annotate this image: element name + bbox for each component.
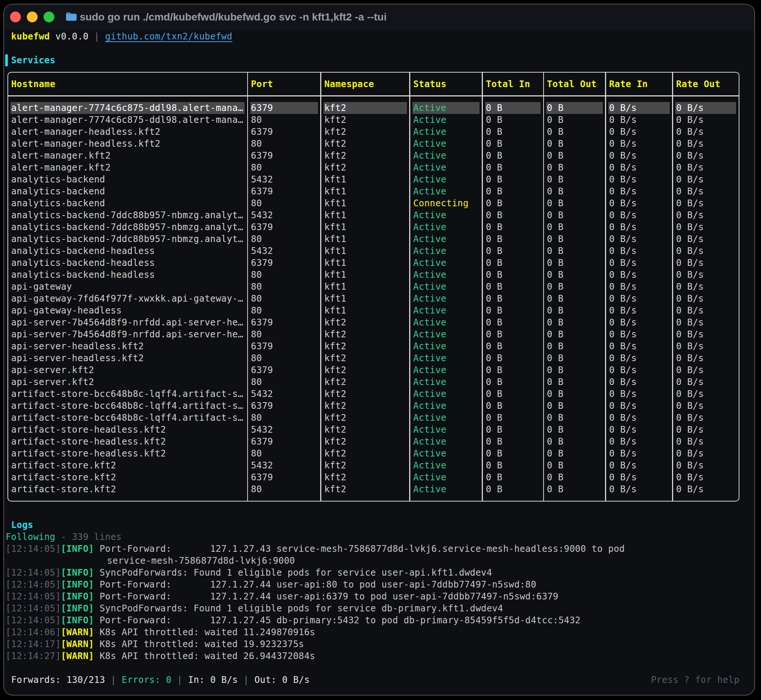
cell-rate-out: 0 B/s (675, 245, 736, 257)
cell-hostname: api-server.kft2 (11, 376, 245, 388)
cell-port: 6379 (250, 150, 318, 162)
table-row[interactable]: analytics-backend 6379 kft1 Active 0 B 0… (8, 186, 739, 197)
table-row[interactable]: alert-manager-headless.kft2 6379 kft2 Ac… (8, 126, 739, 138)
cell-rate-in: 0 B/s (608, 186, 670, 197)
cell-namespace: kft1 (323, 293, 407, 305)
table-row[interactable]: artifact-store-bcc648b8c-lqff4.artifact-… (8, 412, 739, 424)
log-timestamp: [12:14:27] (6, 651, 61, 661)
zoom-button[interactable] (44, 11, 55, 22)
cell-total-out: 0 B (546, 114, 603, 126)
cell-rate-in: 0 B/s (608, 424, 670, 436)
table-row[interactable]: artifact-store-headless.kft2 6379 kft2 A… (8, 436, 739, 448)
table-row[interactable]: api-server-7b4564d8f9-nrfdd.api-server-h… (8, 317, 739, 328)
log-level: [INFO] (61, 580, 94, 590)
cell-namespace: kft1 (323, 305, 407, 317)
table-row[interactable]: api-gateway 80 kft1 Active 0 B 0 B 0 B/s… (8, 281, 739, 293)
column-header-hostname[interactable]: Hostname (11, 78, 245, 90)
cell-total-in: 0 B (485, 173, 541, 186)
cell-rate-out: 0 B/s (675, 150, 736, 162)
table-row[interactable]: analytics-backend-7ddc88b957-nbmzg.analy… (8, 221, 739, 233)
cell-namespace: kft2 (323, 138, 407, 150)
table-row[interactable]: alert-manager-headless.kft2 80 kft2 Acti… (8, 138, 739, 150)
cell-hostname: api-server-headless.kft2 (11, 340, 245, 352)
cell-port: 5432 (250, 388, 318, 400)
cell-rate-in: 0 B/s (608, 364, 670, 376)
table-row[interactable]: artifact-store-bcc648b8c-lqff4.artifact-… (8, 400, 739, 412)
follow-status[interactable]: Following (6, 532, 55, 542)
cell-rate-in: 0 B/s (608, 483, 670, 495)
cell-namespace: kft2 (323, 424, 407, 436)
table-row[interactable]: analytics-backend 80 kft1 Connecting 0 B… (8, 197, 739, 209)
app-name: kubefwd (11, 31, 50, 42)
log-level: [INFO] (61, 603, 94, 614)
table-row[interactable]: api-gateway-headless 80 kft1 Active 0 B … (8, 305, 739, 317)
column-header-total-out[interactable]: Total Out (546, 78, 603, 90)
cell-port: 80 (250, 114, 318, 126)
app-header-line: kubefwd v0.0.0 | github.com/txn2/kubefwd (6, 31, 232, 42)
table-row[interactable]: artifact-store.kft2 5432 kft2 Active 0 B… (8, 459, 739, 471)
column-header-rate-out[interactable]: Rate Out (675, 78, 736, 90)
table-row[interactable]: alert-manager-7774c6c875-ddl98.alert-man… (8, 114, 739, 126)
table-row[interactable]: api-server.kft2 80 kft2 Active 0 B 0 B 0… (8, 376, 739, 388)
cell-port: 80 (250, 162, 318, 173)
table-row[interactable]: api-server.kft2 6379 kft2 Active 0 B 0 B… (8, 364, 739, 376)
cell-port: 5432 (250, 424, 318, 436)
table-row[interactable]: alert-manager.kft2 80 kft2 Active 0 B 0 … (8, 162, 739, 173)
cell-port: 80 (250, 328, 318, 340)
table-row[interactable]: artifact-store-bcc648b8c-lqff4.artifact-… (8, 388, 739, 400)
table-row[interactable]: analytics-backend-7ddc88b957-nbmzg.analy… (8, 209, 739, 221)
cell-hostname: artifact-store.kft2 (11, 483, 245, 495)
cell-port: 80 (250, 281, 318, 293)
cell-total-out: 0 B (546, 173, 603, 186)
cell-total-out: 0 B (546, 448, 603, 459)
column-header-rate-in[interactable]: Rate In (608, 78, 670, 90)
cell-status: Active (413, 471, 480, 483)
cell-total-in: 0 B (485, 138, 541, 150)
cell-rate-out: 0 B/s (675, 173, 736, 186)
table-row[interactable]: api-gateway-7fd64f977f-xwxkk.api-gateway… (8, 293, 739, 305)
cell-namespace: kft1 (323, 245, 407, 257)
cell-total-out: 0 B (546, 328, 603, 340)
column-header-port[interactable]: Port (250, 78, 318, 90)
table-row[interactable]: artifact-store-headless.kft2 80 kft2 Act… (8, 448, 739, 459)
cell-total-in: 0 B (485, 293, 541, 305)
cell-port: 5432 (250, 245, 318, 257)
services-title: Services (11, 55, 55, 66)
column-header-status[interactable]: Status (413, 78, 480, 90)
cell-total-in: 0 B (485, 233, 541, 245)
cell-status: Active (413, 317, 480, 328)
cell-total-in: 0 B (485, 150, 541, 162)
log-line: [12:14:17][WARN] K8s API throttled: wait… (6, 638, 625, 650)
cell-rate-in: 0 B/s (608, 102, 670, 114)
cell-total-out: 0 B (546, 162, 603, 173)
table-row[interactable]: analytics-backend-headless 5432 kft1 Act… (8, 245, 739, 257)
cell-hostname: alert-manager-7774c6c875-ddl98.alert-man… (11, 114, 245, 126)
column-header-total-in[interactable]: Total In (485, 78, 541, 90)
table-row[interactable]: analytics-backend-headless 6379 kft1 Act… (8, 257, 739, 269)
table-row[interactable]: api-server-headless.kft2 80 kft2 Active … (8, 352, 739, 364)
log-line: [12:14:05][INFO] SyncPodForwards: Found … (6, 602, 625, 614)
header-separator: | (89, 31, 105, 42)
table-row[interactable]: api-server-headless.kft2 6379 kft2 Activ… (8, 340, 739, 352)
cell-status: Active (413, 376, 480, 388)
cell-rate-in: 0 B/s (608, 281, 670, 293)
cell-status: Active (413, 162, 480, 173)
minimize-button[interactable] (27, 11, 38, 22)
table-row[interactable]: alert-manager-7774c6c875-ddl98.alert-man… (8, 102, 739, 114)
cell-rate-out: 0 B/s (675, 162, 736, 173)
table-row[interactable]: analytics-backend-7ddc88b957-nbmzg.analy… (8, 233, 739, 245)
cell-status: Active (413, 221, 480, 233)
table-row[interactable]: api-server-7b4564d8f9-nrfdd.api-server-h… (8, 328, 739, 340)
github-link[interactable]: github.com/txn2/kubefwd (105, 31, 232, 42)
table-row[interactable]: alert-manager.kft2 6379 kft2 Active 0 B … (8, 150, 739, 162)
cell-total-in: 0 B (485, 483, 541, 495)
table-row[interactable]: artifact-store-headless.kft2 5432 kft2 A… (8, 424, 739, 436)
cell-port: 6379 (250, 221, 318, 233)
close-button[interactable] (10, 11, 21, 22)
column-header-namespace[interactable]: Namespace (323, 78, 407, 90)
table-row[interactable]: analytics-backend-headless 80 kft1 Activ… (8, 269, 739, 281)
traffic-lights (10, 11, 55, 22)
table-row[interactable]: artifact-store.kft2 80 kft2 Active 0 B 0… (8, 483, 739, 495)
table-row[interactable]: analytics-backend 5432 kft1 Active 0 B 0… (8, 173, 739, 186)
table-row[interactable]: artifact-store.kft2 6379 kft2 Active 0 B… (8, 471, 739, 483)
